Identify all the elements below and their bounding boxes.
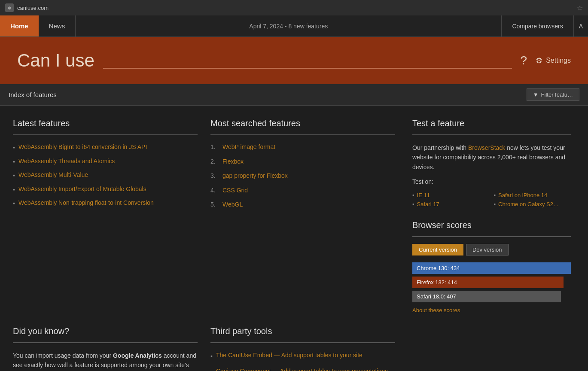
- third-party-title: Third party tools: [210, 326, 395, 336]
- nav-extra-button[interactable]: A: [573, 15, 588, 36]
- list-item: WebAssembly Non-trapping float-to-int Co…: [13, 199, 198, 208]
- chrome-bar: Chrome 130: 434: [412, 262, 571, 274]
- google-analytics-bold: Google Analytics: [113, 352, 162, 359]
- third-party-section: Third party tools The CanIUse Embed — Ad…: [206, 326, 404, 371]
- list-item: The CanIUse Embed — Add support tables t…: [210, 351, 395, 361]
- nav-compare-button[interactable]: Compare browsers: [501, 15, 573, 36]
- list-item: 4.CSS Grid: [210, 186, 395, 195]
- latest-features-title: Latest features: [13, 119, 198, 128]
- browserstack-link[interactable]: BrowserStack: [468, 144, 505, 151]
- test-feature-section: Test a feature Our partnership with Brow…: [404, 119, 579, 326]
- chrome-score: 434: [451, 265, 460, 271]
- search-link[interactable]: Flexbox: [222, 158, 244, 166]
- search-link[interactable]: WebP image format: [222, 143, 275, 152]
- did-you-know-section: Did you know? You can import usage data …: [9, 326, 206, 371]
- safari-browser-name: Safari 18.0:: [417, 293, 447, 300]
- main-content: Latest features WebAssembly BigInt to i6…: [0, 106, 588, 371]
- test-safari-iphone-link[interactable]: Safari on iPhone 14: [494, 192, 571, 198]
- about-scores: About these scores: [412, 307, 571, 313]
- search-link[interactable]: WebGL: [222, 201, 243, 209]
- help-icon[interactable]: ?: [521, 54, 527, 67]
- safari-bar: Safari 18.0: 407: [412, 291, 561, 302]
- most-searched-divider: [210, 134, 395, 135]
- test-on-label: Test on:: [412, 177, 571, 186]
- firefox-browser-name: Firefox 132:: [417, 279, 448, 286]
- settings-label[interactable]: Settings: [546, 57, 571, 64]
- star-icon[interactable]: ☆: [577, 4, 583, 12]
- about-scores-link[interactable]: About these scores: [412, 307, 460, 313]
- nav-home-tab[interactable]: Home: [0, 15, 39, 36]
- did-you-know-body: You can import usage data from your Goog…: [13, 351, 198, 371]
- filter-button[interactable]: ▼ Filter featu…: [527, 88, 579, 101]
- safari-score-bar: Safari 18.0: 407: [412, 291, 571, 302]
- most-searched-title: Most searched features: [210, 119, 395, 128]
- tab-current-version[interactable]: Current version: [412, 244, 463, 255]
- list-item: 5.WebGL: [210, 201, 395, 209]
- index-label: Index of features: [9, 91, 57, 98]
- test-chrome-galaxy-link[interactable]: Chrome on Galaxy S2…: [494, 201, 571, 207]
- list-item: WebAssembly Import/Export of Mutable Glo…: [13, 185, 198, 194]
- most-searched-list: 1.WebP image format 2.Flexbox 3.gap prop…: [210, 143, 395, 209]
- test-feature-divider: [412, 134, 571, 135]
- list-item: 1.WebP image format: [210, 143, 395, 152]
- search-link[interactable]: gap property for Flexbox: [222, 172, 288, 180]
- latest-features-divider: [13, 134, 198, 135]
- tool-link[interactable]: Caniuse Component — Add support tables t…: [216, 367, 388, 371]
- latest-features-section: Latest features WebAssembly BigInt to i6…: [9, 119, 206, 326]
- scores-divider: [412, 236, 571, 237]
- browser-url: caniuse.com: [17, 5, 49, 11]
- list-item: WebAssembly Multi-Value: [13, 171, 198, 180]
- filter-icon: ▼: [533, 91, 539, 98]
- did-you-know-text: You can import usage data from your Goog…: [13, 351, 198, 371]
- settings-icon[interactable]: ⚙: [536, 56, 542, 65]
- most-searched-section: Most searched features 1.WebP image form…: [206, 119, 404, 326]
- tool-link[interactable]: The CanIUse Embed — Add support tables t…: [216, 351, 363, 360]
- nav-date: April 7, 2024 - 8 new features: [76, 15, 501, 36]
- browser-bar-left: ⊕ caniuse.com: [5, 3, 49, 12]
- feature-link[interactable]: WebAssembly Non-trapping float-to-int Co…: [18, 199, 154, 207]
- test-feature-title: Test a feature: [412, 119, 571, 128]
- nav-bar: Home News April 7, 2024 - 8 new features…: [0, 15, 588, 37]
- hero-settings: ⚙ Settings: [536, 56, 571, 65]
- feature-link[interactable]: WebAssembly Threads and Atomics: [18, 157, 115, 166]
- filter-label: Filter featu…: [541, 91, 573, 98]
- firefox-bar-label: Firefox 132: 414: [412, 277, 564, 288]
- hero-title: Can I use: [17, 50, 94, 71]
- did-you-know-divider: [13, 342, 198, 343]
- browser-scores-title: Browser scores: [412, 220, 571, 230]
- latest-features-list: WebAssembly BigInt to i64 conversion in …: [13, 143, 198, 208]
- test-feature-body: Our partnership with BrowserStack now le…: [412, 143, 571, 207]
- safari-score: 407: [447, 293, 456, 300]
- chrome-bar-label: Chrome 130: 434: [412, 262, 571, 274]
- test-safari17-link[interactable]: Safari 17: [412, 201, 490, 207]
- browser-icon: ⊕: [5, 3, 14, 12]
- list-item: 3.gap property for Flexbox: [210, 172, 395, 180]
- test-desc-pre: Our partnership with: [412, 144, 468, 151]
- feature-link[interactable]: WebAssembly Import/Export of Mutable Glo…: [18, 185, 146, 194]
- test-ie11-link[interactable]: IE 11: [412, 192, 490, 198]
- safari-bar-label: Safari 18.0: 407: [412, 291, 561, 302]
- search-input[interactable]: [103, 53, 512, 69]
- list-item: WebAssembly Threads and Atomics: [13, 157, 198, 166]
- firefox-bar: Firefox 132: 414: [412, 277, 564, 288]
- did-you-know-title: Did you know?: [13, 326, 198, 336]
- list-item: 2.Flexbox: [210, 158, 395, 166]
- firefox-score: 414: [448, 279, 457, 286]
- search-link[interactable]: CSS Grid: [222, 186, 248, 195]
- firefox-score-bar: Firefox 132: 414: [412, 277, 571, 288]
- browser-scores-section: Browser scores Current version Dev versi…: [412, 220, 571, 313]
- tab-dev-version[interactable]: Dev version: [466, 244, 509, 255]
- index-bar: Index of features ▼ Filter featu…: [0, 84, 588, 106]
- hero-section: Can I use ? ⚙ Settings: [0, 37, 588, 84]
- text-before: You can import usage data from your: [13, 352, 113, 359]
- browser-chrome: ⊕ caniuse.com ☆: [0, 0, 588, 15]
- chrome-score-bar: Chrome 130: 434: [412, 262, 571, 274]
- test-on-grid: IE 11 Safari on iPhone 14 Safari 17 Chro…: [412, 192, 571, 207]
- third-party-divider: [210, 342, 395, 343]
- list-item: Caniuse Component — Add support tables t…: [210, 367, 395, 371]
- test-feature-desc: Our partnership with BrowserStack now le…: [412, 143, 571, 172]
- feature-link[interactable]: WebAssembly Multi-Value: [18, 171, 88, 179]
- feature-link[interactable]: WebAssembly BigInt to i64 conversion in …: [18, 143, 147, 152]
- tools-list: The CanIUse Embed — Add support tables t…: [210, 351, 395, 371]
- nav-news-tab[interactable]: News: [39, 15, 76, 36]
